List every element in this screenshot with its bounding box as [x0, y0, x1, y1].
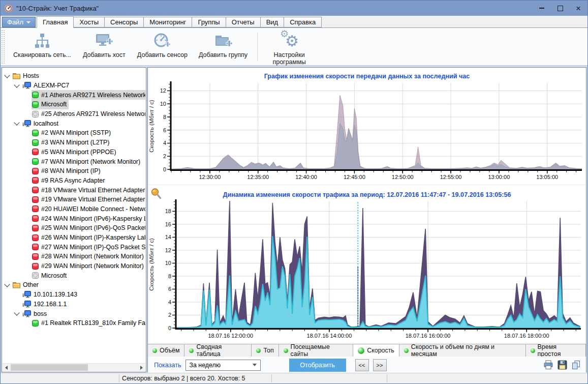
- close-button[interactable]: ×: [569, 1, 587, 16]
- tree-item[interactable]: boss: [3, 309, 145, 318]
- toolbar-add-host-button[interactable]: Добавить хост: [77, 29, 131, 64]
- display-button[interactable]: Отобразить: [289, 359, 346, 372]
- svg-text:12:40:00: 12:40:00: [295, 174, 317, 180]
- save-button[interactable]: [558, 360, 567, 370]
- minimize-button[interactable]: [533, 1, 551, 16]
- expand-chevron-icon[interactable]: [4, 72, 10, 78]
- menu-tab-4[interactable]: Группы: [192, 17, 226, 27]
- scroll-left-arrow[interactable]: [3, 364, 10, 371]
- hour-chart-title: График изменения скорости передачи данны…: [148, 68, 586, 80]
- tree-item-label: Microsoft: [41, 101, 67, 108]
- tree-item[interactable]: Hosts: [3, 71, 145, 81]
- tree-item[interactable]: #19 VMware Virtual Ethernet Adapter f: [3, 195, 145, 204]
- tree-item[interactable]: #3 WAN Miniport (L2TP): [3, 138, 145, 147]
- toolbar-button-label: Настройки программы: [269, 51, 310, 66]
- print-button[interactable]: [543, 360, 553, 370]
- svg-text:12:55:00: 12:55:00: [440, 174, 462, 180]
- toolbar-settings-button[interactable]: ⚙⚙Настройки программы: [262, 29, 316, 64]
- prev-page-button[interactable]: <<: [355, 359, 369, 371]
- toolbar-add-group-button[interactable]: Добавить группу: [194, 29, 253, 64]
- sensor-red-icon: [32, 187, 39, 193]
- tree-item-label: #27 WAN Miniport (IP)-QoS Packet Sc: [41, 244, 145, 251]
- sensor-red-icon: [32, 225, 39, 231]
- report-tab-label: Время простоя: [538, 343, 581, 358]
- tree-item[interactable]: #27 WAN Miniport (IP)-QoS Packet Sc: [3, 242, 145, 252]
- scroll-right-arrow[interactable]: [138, 364, 145, 371]
- expand-chevron-icon[interactable]: [4, 281, 10, 287]
- tree-item[interactable]: #20 HUAWEI Mobile Connect - Netwo: [3, 204, 145, 214]
- tree-horizontal-scrollbar[interactable]: [3, 363, 145, 371]
- tree-item[interactable]: ALEXM-PC7: [3, 81, 145, 91]
- scroll-thumb[interactable]: [11, 364, 88, 371]
- green-orb-icon: [152, 348, 157, 353]
- menu-tab-0[interactable]: Главная: [37, 16, 74, 28]
- report-tab-label: Сводная таблица: [196, 343, 246, 358]
- tree-item[interactable]: localhost: [3, 119, 145, 128]
- period-select[interactable]: За неделю: [185, 360, 261, 371]
- menu-tab-1[interactable]: Хосты: [73, 17, 105, 27]
- report-tab-4[interactable]: Скорость: [353, 344, 399, 357]
- tree-item[interactable]: Microsoft: [3, 271, 145, 280]
- zoom-magnifier-icon[interactable]: [150, 188, 162, 202]
- green-orb-icon: [189, 348, 194, 353]
- tree-item-label: Microsoft: [41, 272, 67, 279]
- tree-item-label: ALEXM-PC7: [34, 82, 69, 89]
- tree-item[interactable]: #26 WAN Miniport (IP)-Kaspersky Lab: [3, 233, 145, 243]
- toolbar-grip[interactable]: [1, 29, 5, 64]
- sensor-red-icon: [32, 253, 39, 260]
- tree-item-label: Hosts: [23, 72, 39, 79]
- svg-text:2: 2: [163, 153, 166, 159]
- sensor-red-icon: [32, 168, 39, 174]
- tree-item[interactable]: #29 WAN Miniport (Network Monitor): [3, 261, 145, 271]
- tree-item-label: #24 WAN Miniport (IPv6)-Kaspersky La: [41, 215, 145, 222]
- tree-item[interactable]: #1 Atheros AR9271 Wireless Network A: [3, 90, 145, 100]
- menu-tab-2[interactable]: Сенсоры: [104, 17, 144, 27]
- tree-item[interactable]: Other: [3, 280, 145, 290]
- copy-button[interactable]: [571, 360, 581, 370]
- tree-item[interactable]: #7 WAN Miniport (Network Monitor): [3, 157, 145, 166]
- report-tab-3[interactable]: Посещаемые сайты: [279, 344, 354, 357]
- tree-item[interactable]: #8 WAN Miniport (IP): [3, 166, 145, 176]
- expand-chevron-icon[interactable]: [14, 310, 19, 315]
- period-speed-chart: Динамика изменения скорости трафика за п…: [148, 185, 586, 344]
- maximize-button[interactable]: [551, 1, 569, 16]
- host-icon: [22, 120, 31, 127]
- host-tree-panel: HostsALEXM-PC7#1 Atheros AR9271 Wireless…: [2, 67, 146, 372]
- hour-speed-chart: График изменения скорости передачи данны…: [148, 68, 586, 185]
- tree-item[interactable]: #28 WAN Miniport (Network Monitor): [3, 252, 145, 261]
- menu-tab-6[interactable]: Вид: [260, 17, 285, 27]
- expand-chevron-icon[interactable]: [14, 120, 19, 126]
- tree-item[interactable]: Microsoft: [3, 100, 145, 109]
- report-tab-2[interactable]: Топ: [252, 344, 278, 357]
- sensor-red-icon: [32, 177, 39, 184]
- tree-item[interactable]: #1 Realtek RTL8139_810x Family Fa: [3, 318, 145, 328]
- report-tab-0[interactable]: Объём: [148, 344, 184, 357]
- report-tab-label: Скорость: [367, 347, 394, 354]
- report-tab-5[interactable]: Скорость и объем по дням и месяцам: [399, 344, 526, 357]
- tree-item[interactable]: #9 RAS Async Adapter: [3, 176, 145, 186]
- report-tab-1[interactable]: Сводная таблица: [184, 344, 252, 357]
- tree-item[interactable]: 192.168.1.1: [3, 300, 145, 309]
- svg-text:4: 4: [163, 140, 166, 146]
- menu-file-button[interactable]: Файл: [2, 17, 36, 27]
- report-tab-6[interactable]: Время простоя: [526, 344, 586, 357]
- tree-item[interactable]: #5 WAN Miniport (PPPOE): [3, 147, 145, 157]
- svg-text:12: 12: [165, 247, 171, 253]
- tree-item-label: #25 Atheros AR9271 Wireless Network: [41, 110, 145, 117]
- tree-item[interactable]: #2 WAN Miniport (SSTP): [3, 128, 145, 138]
- menu-tab-7[interactable]: Справка: [284, 17, 322, 27]
- tree-item[interactable]: #18 VMware Virtual Ethernet Adapter f: [3, 185, 145, 195]
- tree-item[interactable]: #24 WAN Miniport (IPv6)-Kaspersky La: [3, 214, 145, 223]
- next-page-button[interactable]: >>: [373, 359, 387, 371]
- tree-item[interactable]: 10.101.139.143: [3, 290, 145, 300]
- expand-chevron-icon[interactable]: [14, 82, 19, 87]
- svg-text:18.07.16 18:00:00: 18.07.16 18:00:00: [504, 333, 549, 339]
- tree-item[interactable]: #25 Atheros AR9271 Wireless Network: [3, 109, 145, 119]
- toolbar-add-sensor-button[interactable]: Добавить сенсор: [132, 29, 193, 64]
- tree-item[interactable]: #25 WAN Miniport (IPv6)-QoS Packet: [3, 223, 145, 233]
- menu-tab-3[interactable]: Мониторинг: [143, 17, 192, 27]
- menu-tab-5[interactable]: Отчеты: [226, 17, 261, 27]
- host-icon: [22, 291, 31, 298]
- toolbar-scan-network-button[interactable]: Сканировать сеть...: [8, 29, 76, 64]
- svg-text:12:30:00: 12:30:00: [199, 174, 221, 180]
